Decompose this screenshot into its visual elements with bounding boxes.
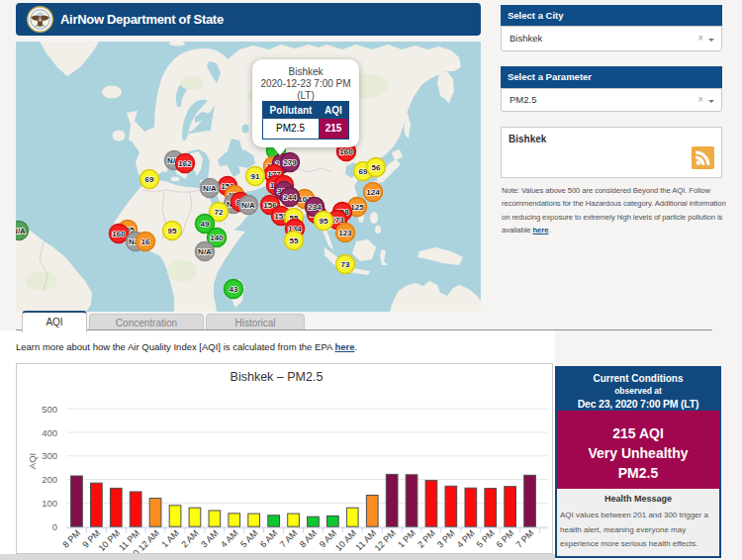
svg-text:3 PM: 3 PM: [435, 528, 457, 550]
svg-text:8 AM: 8 AM: [298, 528, 320, 550]
svg-text:162: 162: [178, 159, 192, 168]
svg-text:2 AM: 2 AM: [179, 528, 201, 550]
svg-text:160: 160: [339, 147, 353, 156]
svg-text:95: 95: [320, 217, 328, 226]
svg-text:49: 49: [201, 220, 210, 229]
svg-text:16: 16: [141, 237, 150, 246]
svg-text:1 AM: 1 AM: [159, 528, 181, 550]
svg-text:279: 279: [283, 158, 297, 167]
svg-text:400: 400: [42, 427, 57, 438]
svg-text:95: 95: [168, 227, 177, 235]
svg-text:N/A: N/A: [241, 201, 255, 210]
svg-text:234: 234: [308, 203, 322, 212]
svg-text:1 PM: 1 PM: [396, 528, 417, 550]
svg-text:4 AM: 4 AM: [219, 528, 240, 550]
svg-text:43: 43: [230, 285, 238, 294]
svg-text:124: 124: [366, 188, 380, 197]
svg-text:10 AM: 10 AM: [333, 528, 358, 553]
svg-text:AQI: AQI: [27, 453, 38, 469]
svg-text:N/A: N/A: [16, 227, 26, 235]
svg-text:8 PM: 8 PM: [60, 528, 82, 550]
svg-text:244: 244: [283, 193, 297, 202]
svg-text:140: 140: [210, 233, 224, 242]
svg-text:12 PM: 12 PM: [373, 528, 398, 553]
svg-text:100: 100: [42, 498, 57, 509]
svg-text:N/A: N/A: [198, 247, 212, 256]
svg-text:160: 160: [112, 230, 126, 238]
svg-text:5 PM: 5 PM: [475, 528, 497, 550]
svg-text:N/A: N/A: [203, 184, 217, 193]
svg-text:300: 300: [42, 450, 57, 461]
svg-text:0: 0: [52, 521, 57, 532]
svg-text:3 AM: 3 AM: [199, 528, 221, 550]
svg-text:91: 91: [251, 172, 260, 181]
svg-text:69: 69: [145, 175, 154, 184]
svg-text:56: 56: [372, 163, 381, 172]
svg-text:5 AM: 5 AM: [238, 528, 260, 550]
svg-text:55: 55: [290, 236, 299, 245]
svg-text:125: 125: [350, 203, 364, 212]
svg-text:10 PM: 10 PM: [97, 528, 122, 553]
svg-text:2 PM: 2 PM: [416, 528, 437, 550]
svg-text:4 PM: 4 PM: [455, 528, 477, 550]
svg-text:7 AM: 7 AM: [278, 528, 300, 550]
svg-text:73: 73: [341, 260, 350, 269]
svg-text:123: 123: [338, 229, 352, 237]
svg-text:7 PM: 7 PM: [514, 528, 536, 550]
svg-text:6 AM: 6 AM: [258, 528, 280, 550]
svg-text:6 PM: 6 PM: [495, 528, 516, 550]
svg-text:72: 72: [215, 208, 224, 217]
svg-text:200: 200: [42, 474, 57, 485]
svg-text:500: 500: [42, 404, 57, 415]
